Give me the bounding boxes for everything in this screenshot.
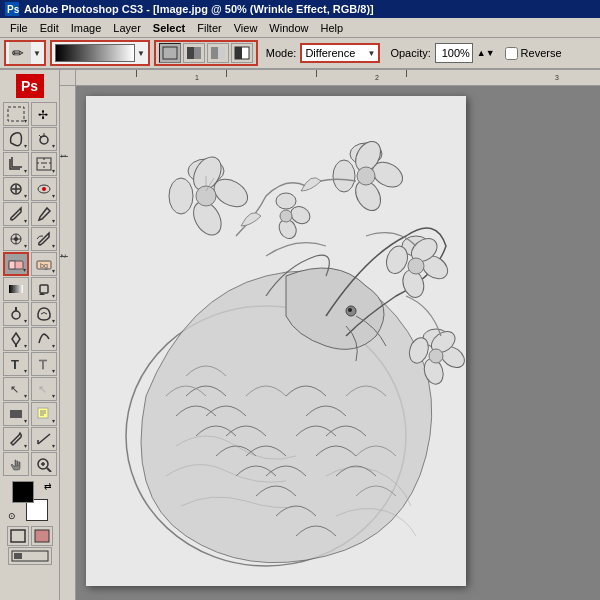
ruler-corner <box>60 70 76 86</box>
menu-window[interactable]: Window <box>263 20 314 36</box>
tool-row-13: ▾ ▾ <box>2 402 57 426</box>
tool-lasso[interactable]: ▾ <box>3 127 29 151</box>
tool-row-5: ▾ ▾ <box>2 202 57 226</box>
svg-rect-55 <box>14 553 22 559</box>
svg-text:Ps: Ps <box>7 4 19 15</box>
tool-measure[interactable]: ▾ <box>31 427 57 451</box>
tool-type-mask[interactable]: T ▾ <box>31 352 57 376</box>
svg-text:T: T <box>11 357 19 372</box>
color-swatches: ⊙ ⇄ <box>8 481 52 521</box>
reverse-text: Reverse <box>521 47 562 59</box>
sketch-image <box>86 96 466 586</box>
mode-normal-icon[interactable] <box>159 43 181 63</box>
mode-lighten-icon[interactable] <box>207 43 229 63</box>
tool-row-4: ▾ ▾ <box>2 177 57 201</box>
svg-text:✏: ✏ <box>12 45 24 61</box>
tool-marquee[interactable]: ▾ <box>3 102 29 126</box>
svg-point-61 <box>169 178 193 214</box>
tool-gradient[interactable] <box>3 277 29 301</box>
tool-eyedropper[interactable]: ▾ <box>3 427 29 451</box>
svg-rect-8 <box>211 47 218 59</box>
svg-point-15 <box>40 136 48 144</box>
menu-bar: File Edit Image Layer Select Filter View… <box>0 18 600 38</box>
quick-mask-mode-btn[interactable] <box>31 526 53 546</box>
tool-row-15 <box>2 452 57 476</box>
svg-point-77 <box>408 258 424 274</box>
opacity-input[interactable] <box>435 43 473 63</box>
tool-pencil[interactable]: ▾ <box>31 202 57 226</box>
mode-contrast-icon[interactable] <box>231 43 253 63</box>
mode-darken-icon[interactable] <box>183 43 205 63</box>
svg-rect-52 <box>35 530 49 542</box>
tool-path-selection[interactable]: ↖ ▾ <box>3 377 29 401</box>
tool-zoom[interactable] <box>31 452 57 476</box>
mode-dropdown-arrow: ▼ <box>368 49 376 58</box>
menu-help[interactable]: Help <box>314 20 349 36</box>
tool-blur[interactable]: ▾ <box>31 302 57 326</box>
tool-row-1: ▾ ✢ <box>2 102 57 126</box>
standard-mode-btn[interactable] <box>7 526 29 546</box>
menu-filter[interactable]: Filter <box>191 20 227 36</box>
tool-hand[interactable] <box>3 452 29 476</box>
screen-mode-row <box>2 547 57 565</box>
svg-text:↖: ↖ <box>38 383 47 395</box>
reverse-checkbox[interactable] <box>505 47 518 60</box>
tool-direct-selection[interactable]: ↖ ▾ <box>31 377 57 401</box>
svg-point-84 <box>276 193 296 209</box>
tool-crop[interactable]: ▾ <box>3 152 29 176</box>
svg-rect-51 <box>11 530 25 542</box>
tool-background-eraser[interactable]: bg ▾ <box>31 252 57 276</box>
tool-magic-wand[interactable]: ▾ <box>31 127 57 151</box>
tool-clone[interactable]: ▾ <box>3 227 29 251</box>
ruler-left: 1 2 <box>60 86 76 600</box>
reset-colors-icon[interactable]: ⊙ <box>8 511 16 521</box>
main-layout: Ps ▾ ✢ ▾ ▾ <box>0 70 600 600</box>
tool-notes[interactable]: ▾ <box>31 402 57 426</box>
tool-row-11: T ▾ T ▾ <box>2 352 57 376</box>
tool-move[interactable]: ✢ <box>31 102 57 126</box>
reverse-label[interactable]: Reverse <box>505 47 562 60</box>
gradient-swatch-box[interactable]: ▼ <box>50 40 150 66</box>
tool-brush[interactable]: ▾ <box>3 202 29 226</box>
tool-slice[interactable]: ▾ <box>31 152 57 176</box>
svg-point-89 <box>348 308 352 312</box>
svg-text:T: T <box>39 357 47 372</box>
tool-paint-bucket[interactable]: ▾ <box>31 277 57 301</box>
svg-rect-40 <box>10 410 22 418</box>
svg-point-71 <box>357 167 375 185</box>
menu-layer[interactable]: Layer <box>107 20 147 36</box>
tool-row-12: ↖ ▾ ↖ ▾ <box>2 377 57 401</box>
screen-mode-btn[interactable] <box>8 547 52 565</box>
swap-colors-icon[interactable]: ⇄ <box>44 481 52 491</box>
mode-dropdown[interactable]: Difference ▼ <box>300 43 380 63</box>
title-bar: Ps Adobe Photoshop CS3 - [Image.jpg @ 50… <box>0 0 600 18</box>
tool-history-brush[interactable]: ▾ <box>31 227 57 251</box>
tool-healing[interactable]: ▾ <box>3 177 29 201</box>
document-canvas <box>76 86 600 600</box>
menu-edit[interactable]: Edit <box>34 20 65 36</box>
menu-image[interactable]: Image <box>65 20 108 36</box>
gradient-swatch <box>55 44 135 62</box>
tool-dodge[interactable]: ▾ <box>3 302 29 326</box>
tool-pen[interactable]: ▾ <box>3 327 29 351</box>
tool-row-14: ▾ ▾ <box>2 427 57 451</box>
tool-eraser[interactable]: ▾ <box>3 252 29 276</box>
svg-rect-29 <box>9 261 15 269</box>
tool-preset-picker[interactable]: ✏ ▼ <box>4 40 46 66</box>
menu-file[interactable]: File <box>4 20 34 36</box>
tool-type[interactable]: T ▾ <box>3 352 29 376</box>
tool-red-eye[interactable]: ▾ <box>31 177 57 201</box>
quick-mask-row <box>2 526 57 546</box>
foreground-color-swatch[interactable] <box>12 481 34 503</box>
tool-row-7: ▾ bg ▾ <box>2 252 57 276</box>
tool-freeform-pen[interactable]: ▾ <box>31 327 57 351</box>
menu-select[interactable]: Select <box>147 20 191 36</box>
svg-point-83 <box>429 349 443 363</box>
svg-point-69 <box>333 160 355 192</box>
svg-text:↖: ↖ <box>10 383 19 395</box>
opacity-stepper[interactable]: ▲▼ <box>477 48 495 58</box>
tool-row-6: ▾ ▾ <box>2 227 57 251</box>
tool-rectangle[interactable]: ▾ <box>3 402 29 426</box>
menu-view[interactable]: View <box>228 20 264 36</box>
svg-point-27 <box>14 237 18 241</box>
